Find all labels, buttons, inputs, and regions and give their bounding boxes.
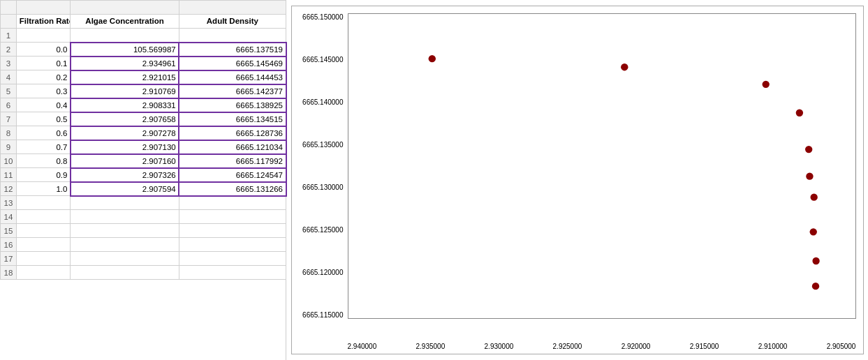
- chart-inner: [348, 13, 856, 319]
- cell-a-14[interactable]: [16, 210, 71, 224]
- cell-b-9[interactable]: 2.907130: [71, 140, 179, 154]
- cell-c-7[interactable]: 6665.134515: [179, 112, 286, 126]
- chart-area: 6665.1500006665.1450006665.1400006665.13…: [286, 0, 868, 360]
- cell-a-11[interactable]: 0.9: [16, 168, 71, 182]
- table-row: 1: [1, 29, 286, 43]
- table-row: 13: [1, 196, 286, 210]
- col-a-header[interactable]: [16, 1, 71, 15]
- x-axis-label: 2.925000: [553, 343, 582, 350]
- row-number: 9: [1, 140, 17, 154]
- cell-b-14[interactable]: [71, 210, 179, 224]
- cell-b-4[interactable]: 2.921015: [71, 70, 179, 84]
- cell-a-6[interactable]: 0.4: [16, 98, 71, 112]
- cell-a-1[interactable]: [16, 29, 71, 43]
- cell-b-18[interactable]: [71, 266, 179, 280]
- cell-c-13[interactable]: [179, 196, 286, 210]
- cell-a-17[interactable]: [16, 252, 71, 266]
- table-row: 60.42.9083316665.138925: [1, 98, 286, 112]
- x-axis-label: 2.940000: [348, 343, 377, 350]
- row-number: 1: [1, 29, 17, 43]
- scatter-point-4: [804, 146, 811, 153]
- y-axis-label: 6665.125000: [302, 226, 343, 234]
- row-num-header: [1, 15, 17, 29]
- cell-c-1[interactable]: [179, 29, 286, 43]
- scatter-point-0: [428, 55, 435, 62]
- table-row: 30.12.9349616665.145469: [1, 57, 286, 70]
- cell-c-15[interactable]: [179, 224, 286, 238]
- scatter-point-5: [810, 193, 817, 200]
- data-table: Filtration RateAlgae ConcentrationAdult …: [0, 0, 286, 280]
- cell-a-2[interactable]: 0.0: [16, 43, 71, 57]
- row-number: 8: [1, 126, 17, 140]
- x-axis-label: 2.930000: [485, 343, 514, 350]
- cell-a-13[interactable]: [16, 196, 71, 210]
- scatter-point-7: [811, 283, 818, 290]
- y-axis-labels: 6665.1500006665.1450006665.1400006665.13…: [292, 13, 346, 319]
- cell-c-9[interactable]: 6665.121034: [179, 140, 286, 154]
- table-row: 50.32.9107696665.142377: [1, 84, 286, 98]
- table-row: 40.22.9210156665.144453: [1, 70, 286, 84]
- cell-c-5[interactable]: 6665.142377: [179, 84, 286, 98]
- col-b-header[interactable]: [71, 1, 179, 15]
- scatter-point-8: [809, 228, 816, 235]
- cell-c-6[interactable]: 6665.138925: [179, 98, 286, 112]
- y-axis-label: 6665.115000: [302, 311, 343, 319]
- col-c-header[interactable]: [179, 1, 286, 15]
- cell-b-8[interactable]: 2.907278: [71, 126, 179, 140]
- x-axis-labels: 2.9400002.9350002.9300002.9250002.920000…: [348, 343, 856, 350]
- row-number: 14: [1, 210, 17, 224]
- cell-a-16[interactable]: [16, 238, 71, 252]
- y-axis-label: 6665.150000: [302, 13, 343, 21]
- cell-a-10[interactable]: 0.8: [16, 154, 71, 168]
- cell-a-3[interactable]: 0.1: [16, 57, 71, 70]
- cell-a-5[interactable]: 0.3: [16, 84, 71, 98]
- cell-c-12[interactable]: 6665.131266: [179, 182, 286, 196]
- cell-b-5[interactable]: 2.910769: [71, 84, 179, 98]
- cell-a-15[interactable]: [16, 224, 71, 238]
- cell-c-10[interactable]: 6665.117992: [179, 154, 286, 168]
- row-number: 16: [1, 238, 17, 252]
- cell-c-4[interactable]: 6665.144453: [179, 70, 286, 84]
- cell-c-16[interactable]: [179, 238, 286, 252]
- cell-b-16[interactable]: [71, 238, 179, 252]
- table-row: 121.02.9075946665.131266: [1, 182, 286, 196]
- cell-c-8[interactable]: 6665.128736: [179, 126, 286, 140]
- cell-b-13[interactable]: [71, 196, 179, 210]
- row-number: 3: [1, 57, 17, 70]
- cell-c-3[interactable]: 6665.145469: [179, 57, 286, 70]
- cell-b-2[interactable]: 105.569987: [71, 43, 179, 57]
- scatter-plot: [348, 14, 855, 318]
- corner-cell: [1, 1, 17, 15]
- cell-b-11[interactable]: 2.907326: [71, 168, 179, 182]
- cell-b-12[interactable]: 2.907594: [71, 182, 179, 196]
- row-number: 5: [1, 84, 17, 98]
- y-axis-label: 6665.140000: [302, 98, 343, 106]
- cell-a-8[interactable]: 0.6: [16, 126, 71, 140]
- header-c: Adult Density: [179, 15, 286, 29]
- cell-c-2[interactable]: 6665.137519: [179, 43, 286, 57]
- cell-b-10[interactable]: 2.907160: [71, 154, 179, 168]
- cell-b-15[interactable]: [71, 224, 179, 238]
- cell-c-17[interactable]: [179, 252, 286, 266]
- table-row: 18: [1, 266, 286, 280]
- x-axis-label: 2.915000: [690, 343, 719, 350]
- cell-c-18[interactable]: [179, 266, 286, 280]
- cell-a-9[interactable]: 0.7: [16, 140, 71, 154]
- cell-b-17[interactable]: [71, 252, 179, 266]
- cell-a-4[interactable]: 0.2: [16, 70, 71, 84]
- table-row: 17: [1, 252, 286, 266]
- cell-c-11[interactable]: 6665.124547: [179, 168, 286, 182]
- scatter-point-2: [762, 81, 769, 88]
- cell-c-14[interactable]: [179, 210, 286, 224]
- scatter-point-3: [795, 110, 802, 117]
- cell-b-3[interactable]: 2.934961: [71, 57, 179, 70]
- cell-b-6[interactable]: 2.908331: [71, 98, 179, 112]
- scatter-point-6: [812, 257, 819, 264]
- cell-b-7[interactable]: 2.907658: [71, 112, 179, 126]
- x-axis-label: 2.910000: [758, 343, 788, 350]
- cell-b-1[interactable]: [71, 29, 179, 43]
- cell-a-18[interactable]: [16, 266, 71, 280]
- cell-a-7[interactable]: 0.5: [16, 112, 71, 126]
- row-number: 13: [1, 196, 17, 210]
- cell-a-12[interactable]: 1.0: [16, 182, 71, 196]
